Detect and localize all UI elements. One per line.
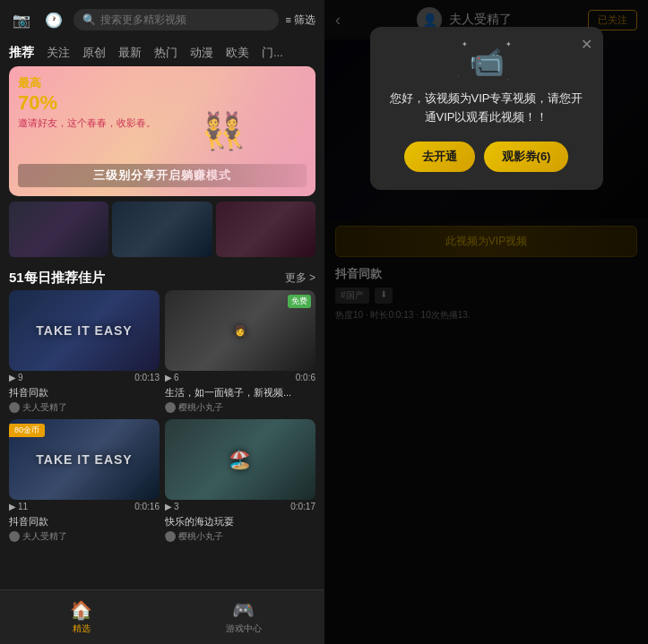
video-title-1: 抖音同款: [9, 386, 160, 399]
section-more-button[interactable]: 更多 >: [285, 270, 315, 286]
modal-icon-area: ✦ ✦ 📹 · ·: [388, 45, 585, 79]
thumb-text-1: TAKE IT EASY: [36, 323, 132, 338]
video-views-1: ▶9: [9, 373, 23, 382]
banner-figures: 👯: [132, 66, 315, 196]
vip-coupon-button[interactable]: 观影券(6): [484, 142, 569, 172]
vip-open-button[interactable]: 去开通: [404, 142, 475, 172]
bottom-nav: 🏠 精选 🎮 游戏中心: [0, 589, 324, 644]
tab-recommended[interactable]: 推荐: [9, 45, 34, 61]
thumb-text-2: 👩: [234, 325, 247, 337]
video-grid: TAKE IT EASY ▶9 0:0:13 抖音同款 夫人受精了 免费 👩: [0, 290, 324, 543]
banner-figures-icon: 👯: [201, 110, 246, 152]
badge-free-2: 免费: [288, 295, 311, 308]
right-panel: ‹ 👤 夫人受精了 已关注 🦊 ✕ ✦ ✦ 📹 · · 您好，: [324, 0, 648, 644]
tab-latest[interactable]: 最新: [118, 45, 142, 61]
tab-original[interactable]: 原创: [82, 45, 106, 61]
tab-western[interactable]: 欧美: [226, 45, 249, 61]
vip-modal-text: 您好，该视频为VIP专享视频，请您开通VIP以观看此视频！！: [388, 90, 585, 127]
games-icon: 🎮: [232, 599, 255, 621]
video-author-2: 樱桃小丸子: [165, 401, 315, 414]
video-card-2[interactable]: 免费 👩 ▶6 0:0:6 生活，如一面镜子，新视频... 樱桃小丸子: [165, 290, 315, 414]
section-header: 51每日推荐佳片 更多 >: [0, 262, 324, 290]
video-camera-icon: 📹: [469, 46, 505, 78]
search-icon: 🔍: [82, 13, 96, 26]
badge-coins-3: 80金币: [9, 424, 45, 437]
tab-anime[interactable]: 动漫: [190, 45, 213, 61]
video-title-3: 抖音同款: [9, 515, 160, 528]
strip-thumb-1[interactable]: [9, 202, 108, 257]
search-input[interactable]: [100, 13, 270, 26]
tab-follow[interactable]: 关注: [47, 45, 70, 61]
bottom-nav-games-label: 游戏中心: [226, 623, 262, 635]
history-icon[interactable]: 🕐: [41, 7, 66, 32]
strip-thumb-2[interactable]: [112, 202, 212, 257]
video-card-1[interactable]: TAKE IT EASY ▶9 0:0:13 抖音同款 夫人受精了: [9, 290, 160, 414]
video-author-3: 夫人受精了: [9, 530, 160, 543]
filter-button[interactable]: ≡ 筛选: [286, 13, 315, 28]
sparkle-topright: ✦: [505, 40, 512, 48]
sparkle-topleft: ✦: [462, 40, 468, 48]
vip-modal: ✕ ✦ ✦ 📹 · · 您好，该视频为VIP专享视频，请您开通VIP以观看此视频…: [370, 27, 603, 190]
section-title: 51每日推荐佳片: [9, 270, 105, 287]
author-avatar-4: [165, 531, 176, 542]
bottom-nav-games[interactable]: 🎮 游戏中心: [162, 596, 324, 639]
video-views-2: ▶6: [165, 373, 179, 382]
video-title-4: 快乐的海边玩耍: [165, 515, 315, 528]
top-bar: 📷 🕐 🔍 ≡ 筛选: [0, 0, 324, 39]
video-author-4: 樱桃小丸子: [165, 530, 315, 543]
thumbnail-strip: [0, 196, 324, 262]
author-avatar-3: [9, 531, 20, 542]
strip-thumb-3[interactable]: [216, 202, 315, 257]
camera-icon[interactable]: 📷: [9, 7, 34, 32]
video-duration-4: 0:0:17: [290, 502, 315, 511]
tab-more[interactable]: 门...: [262, 45, 283, 61]
video-title-2: 生活，如一面镜子，新视频...: [165, 386, 315, 399]
sparkle-bottomright: ·: [507, 76, 509, 82]
bottom-nav-home-label: 精选: [73, 623, 91, 635]
author-avatar-2: [165, 402, 176, 413]
filter-label: 筛选: [294, 13, 315, 28]
sparkle-bottomleft: ·: [458, 73, 460, 79]
video-duration-2: 0:0:6: [296, 373, 315, 382]
home-icon: 🏠: [70, 599, 92, 621]
author-avatar-1: [9, 402, 20, 413]
bottom-nav-home[interactable]: 🏠 精选: [0, 596, 162, 639]
vip-modal-buttons: 去开通 观影券(6): [388, 142, 585, 172]
video-duration-1: 0:0:13: [134, 373, 160, 382]
promotion-banner[interactable]: 最高 70% 邀请好友，这个春春，收影春。 三级别分享开启躺赚模式 👯: [9, 66, 315, 196]
video-card-3[interactable]: 80金币 TAKE IT EASY ▶11 0:0:16 抖音同款 夫人受精了: [9, 419, 160, 543]
nav-tabs: 推荐 关注 原创 最新 热门 动漫 欧美 门...: [0, 39, 324, 66]
filter-icon: ≡: [286, 14, 291, 25]
video-views-4: ▶3: [165, 502, 179, 511]
thumb-text-3: TAKE IT EASY: [36, 452, 132, 467]
video-duration-3: 0:0:16: [134, 502, 160, 511]
video-author-1: 夫人受精了: [9, 401, 160, 414]
thumb-text-4: 🏖️: [229, 449, 252, 470]
vip-modal-overlay: ✕ ✦ ✦ 📹 · · 您好，该视频为VIP专享视频，请您开通VIP以观看此视频…: [324, 0, 648, 644]
video-card-4[interactable]: 🏖️ ▶3 0:0:17 快乐的海边玩耍 樱桃小丸子: [165, 419, 315, 543]
left-panel: 📷 🕐 🔍 ≡ 筛选 推荐 关注 原创 最新 热门 动漫 欧美 门... 最高 …: [0, 0, 324, 644]
tab-hot[interactable]: 热门: [154, 45, 177, 61]
search-bar[interactable]: 🔍: [73, 9, 279, 30]
camera-icon-wrap: ✦ ✦ 📹 · ·: [469, 45, 505, 79]
video-views-3: ▶11: [9, 502, 28, 511]
